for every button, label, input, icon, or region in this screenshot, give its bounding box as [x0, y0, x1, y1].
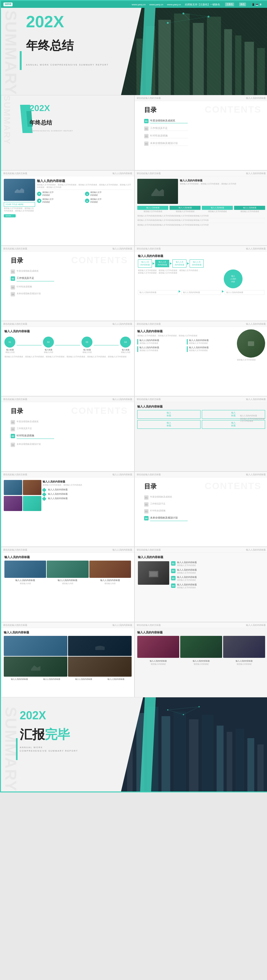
svg-rect-32 — [202, 714, 214, 791]
row-9: 请在此处输入您的主标题 输入人员的内容标题 输入人员的内容标题 — [1, 622, 267, 697]
toc-list2: 01 年度业绩指标及成就览 02 工作情况及不足 03 针对性改进措施 — [11, 269, 128, 296]
top-title: 输入人员的内容标题 — [180, 179, 265, 182]
toc-num-1: 01 — [144, 119, 149, 123]
svg-rect-6 — [193, 23, 204, 95]
slide-toc1: 请在此处输入您的主标题 输入人员的内容标题 CONTENTS 目录 01 年度业… — [134, 95, 267, 170]
your-title-box: YOUR TITLE HERE — [4, 202, 35, 207]
label-b: 输入人员的内容标题请您输入文字内容描述 — [187, 339, 235, 345]
text-side-5r: 输入人员的内容标题 请您输入文字内容描述，请您输入文字内容描述，请您输入文字内容… — [137, 329, 235, 393]
final-title: 汇报 完毕 — [20, 726, 78, 743]
chain-circle-4: 04 — [120, 337, 131, 348]
chain-label-4: 输入标题 — [120, 348, 131, 352]
photo-landscape — [4, 179, 35, 201]
toc-divider-1 — [150, 123, 188, 123]
toc-num-2: 02 — [144, 126, 149, 131]
icon-1: ★ — [37, 192, 41, 196]
top-bar: 演界网 www.yanj.cn www.yanj.cn www.yanj.cn … — [1, 1, 267, 8]
svg-line-12 — [184, 13, 190, 20]
chain-item-4: 04 输入标题 请输入内容 — [120, 337, 131, 354]
svg-rect-10 — [245, 42, 254, 95]
slide-content-2: 请在此处输入您的主标题 输入人员的内容标题 输入人员的内容标题 请您输入文字内容… — [134, 170, 267, 246]
final-slide: SUMMARY — [1, 697, 267, 791]
slide-header: 请在此处输入您的主标题 输入人员的内容标题 — [135, 95, 267, 101]
theme-btn[interactable]: 主题色 — [225, 3, 234, 6]
chain-circle-3: 03 — [82, 337, 92, 348]
svg-point-15 — [167, 22, 169, 24]
final-content: 202X 汇报 完毕 ANNUAL WORKCOMPREHENSIVE SUMM… — [20, 710, 78, 752]
circle-visual: 输入人员的内容 — [224, 269, 243, 288]
slide-header-5l: 请在此处输入您的主标题 输入人员的内容标题 — [1, 321, 134, 327]
label-row-2: 输入人员的内容标题请您输入文字内容描述 输入人员的内容标题请您输入文字内容描述 — [137, 346, 235, 352]
arrow-b2 — [222, 290, 224, 293]
svg-rect-37 — [258, 745, 264, 791]
title-7l: 输入人员的内容标题 — [43, 480, 132, 484]
svg-rect-8 — [224, 29, 232, 95]
banner-photo-3 — [89, 561, 131, 578]
slide-header-7r: 请在此处输入您的主标题 输入人员的内容标题 — [135, 472, 267, 477]
svg-rect-30 — [174, 711, 186, 791]
icon-2: ● — [85, 192, 89, 196]
slide-title-8l: 输入人员的内容标题 — [5, 555, 131, 559]
chain-label-2: 输入标题 — [43, 348, 54, 352]
toc-item-4: 04 未来全绩指标及规划计划 — [144, 142, 261, 146]
arrow-3 — [187, 262, 189, 265]
input-b3: 输入人员的内容标题 — [225, 290, 264, 295]
side-labels: 输入人员的内容标题 请您输入文字内容描述请您输入文字内容描述 — [240, 415, 265, 423]
toc-list3: 01 年度业绩指标及成就览 02 工作情况及不足 03 针对性改进措施 — [11, 420, 128, 447]
arrow-1 — [153, 262, 155, 265]
icon-item-1: ★ 请您输入文字内容描述 — [37, 191, 84, 197]
row-2: SUMMARY 202X 年终总结 COMPREHENSIVE SUMMARY … — [1, 95, 267, 170]
body-text-left: 请您输入文字内容描述，请您输入文字内容描述，请您输入文字内容描述 — [4, 207, 35, 212]
slide-title: 输入人员的内容标题 — [37, 179, 132, 183]
color-btn[interactable]: 换色 — [239, 3, 246, 6]
bottom-text-rows: 请您输入文字内容描述请您输入文字内容描述请您输入文字内容描述请您输入文字内容 请… — [137, 215, 265, 226]
round-photo — [237, 329, 265, 358]
contents-bg2: CONTENTS — [71, 255, 128, 266]
top-bar-url2: www.yanj.cn — [150, 3, 163, 6]
photo-column: YOUR TITLE HERE 请您输入文字内容描述，请您输入文字内容描述，请您… — [4, 179, 35, 243]
svg-rect-11 — [257, 48, 265, 95]
final-title-1: 汇报 — [20, 726, 45, 743]
slide-header-5r: 请在此处输入您的主标题 输入人员的内容标题 — [135, 321, 267, 327]
photo-9l-tl — [4, 636, 67, 656]
photo-9r-2 — [180, 636, 222, 658]
banner-photo-2 — [47, 561, 88, 578]
toc-item-3: 03 针对性改进措施 — [144, 134, 261, 139]
slide-header-4l: 请在此处输入您的主标题 输入人员的内容标题 — [1, 246, 134, 251]
top-bar-url1: www.yanj.cn — [132, 3, 145, 6]
icon-item-4: ▲ 请您输入文字内容描述 — [85, 198, 132, 204]
mountain-photo — [137, 179, 178, 204]
svg-rect-7 — [207, 17, 221, 95]
input-b1: 输入人员的内容标题 — [138, 290, 178, 295]
diamond-icon-1 — [42, 488, 46, 492]
cover-year: 202X — [26, 13, 64, 30]
toc-text-1: 年度业绩指标及成就览 — [150, 119, 188, 123]
icon-item-3: ◆ 请您输入文字内容描述 — [37, 198, 84, 204]
cover-subtitle: ANNUAL WORK COMPREHENSIVE SUMMARY REPORT — [26, 64, 109, 66]
photo-9r-3 — [223, 636, 265, 658]
photo-label-2: 输入人员的内容标题 — [47, 579, 88, 582]
mini-title: 年终总结 — [30, 119, 52, 126]
col-2: 输入人员的标题 请您输入文字内容描述 — [169, 206, 201, 213]
slide-9l: 请在此处输入您的主标题 输入人员的内容标题 输入人员的内容标题 — [1, 622, 134, 697]
slide-header-9l: 请在此处输入您的主标题 输入人员的内容标题 — [1, 622, 134, 628]
more-btn[interactable]: MORE → — [4, 214, 16, 217]
slide-5l: 请在此处输入您的主标题 输入人员的内容标题 输入人员的内容标题 01 输入标题 … — [1, 321, 134, 396]
photo-tr — [23, 480, 41, 495]
toc-list: 01 年度业绩指标及成就览 02 工作情况及不足 — [144, 119, 261, 146]
slide-header-3l: 请在此处输入您的主标题 输入人员的内容标题 — [1, 171, 134, 176]
slide-8r: 请在此处输入您的主标题 输入人员的内容标题 输入人员的内容标题 — [134, 547, 267, 622]
flow-diagram: 输入人员的内容标题 输入人员的内容标题 输入人员的内容标题 输入人员的内容标题 — [138, 259, 264, 267]
slide-toc4: 请在此处输入您的主标题 输入人员的内容标题 CONTENTS 目录 01 年度业… — [134, 471, 267, 547]
photo-bl — [4, 496, 22, 511]
label-a: 输入人员的内容标题请您输入文字内容描述 — [137, 339, 186, 345]
cover-slide: 演界网 www.yanj.cn www.yanj.cn www.yanj.cn … — [1, 1, 267, 95]
chain-line-1 — [17, 345, 42, 345]
label-row-7l-3: 输入人员的内容标题 — [43, 497, 132, 500]
photo-desk — [138, 561, 169, 585]
toc-divider-3 — [150, 138, 188, 138]
svg-rect-31 — [189, 719, 199, 791]
svg-point-14 — [208, 16, 210, 18]
mini-year: 202X — [30, 103, 50, 113]
contents-bg: CONTENTS — [205, 104, 261, 115]
